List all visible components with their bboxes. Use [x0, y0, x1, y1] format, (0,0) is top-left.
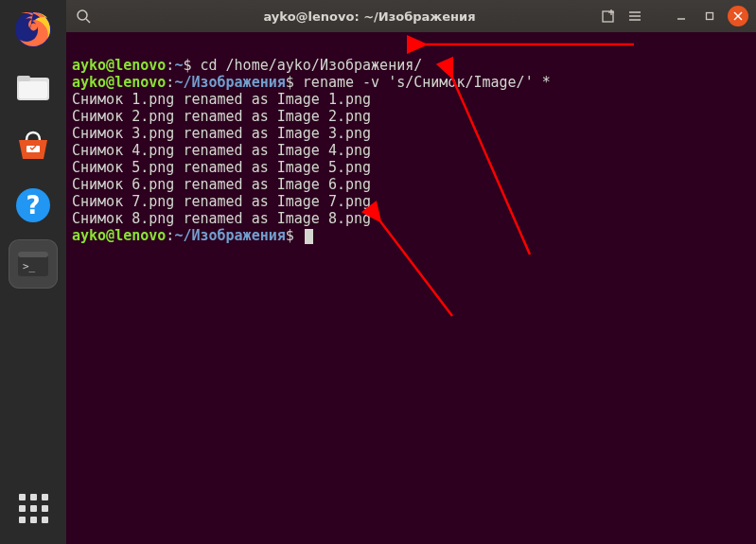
svg-rect-3 [19, 81, 47, 98]
svg-text:?: ? [26, 191, 40, 219]
cursor [305, 229, 313, 244]
svg-text:>_: >_ [23, 260, 36, 272]
window-title: ayko@lenovo: ~/Изображения [100, 9, 591, 24]
svg-point-10 [78, 10, 87, 20]
svg-line-24 [380, 221, 452, 316]
output-line: Снимок 6.png renamed as Image 6.png [72, 176, 371, 193]
prompt-user: ayko@lenovo [72, 227, 166, 244]
prompt-user: ayko@lenovo [72, 74, 166, 91]
apps-button[interactable] [14, 489, 52, 527]
maximize-button[interactable] [699, 6, 720, 26]
command-text: cd /home/ayko/Изображения/ [200, 57, 422, 74]
prompt-path: ~ [174, 57, 183, 74]
output-line: Снимок 4.png renamed as Image 4.png [72, 142, 371, 159]
dock-item-files[interactable] [9, 64, 57, 112]
svg-line-23 [452, 78, 530, 254]
prompt-line: ayko@lenovo:~/Изображения$ [72, 227, 313, 244]
firefox-icon [13, 9, 53, 49]
command-text: rename -v 's/Снимок/Image/' * [303, 74, 551, 91]
output-line: Снимок 5.png renamed as Image 5.png [72, 159, 371, 176]
close-button[interactable] [728, 6, 748, 26]
output-line: Снимок 1.png renamed as Image 1.png [72, 91, 371, 108]
svg-rect-19 [707, 13, 713, 20]
software-icon [13, 127, 53, 167]
prompt-line: ayko@lenovo:~$ cd /home/ayko/Изображения… [72, 57, 422, 74]
dock-item-terminal[interactable]: >_ [9, 240, 57, 288]
search-icon[interactable] [74, 7, 93, 26]
prompt-line: ayko@lenovo:~/Изображения$ rename -v 's/… [72, 74, 551, 91]
dock-item-software[interactable] [9, 123, 57, 170]
output-line: Снимок 3.png renamed as Image 3.png [72, 125, 371, 142]
terminal-content[interactable]: ayko@lenovo:~$ cd /home/ayko/Изображения… [66, 32, 756, 544]
svg-rect-8 [18, 252, 48, 257]
prompt-user: ayko@lenovo [72, 57, 166, 74]
dock: ? >_ [0, 0, 66, 544]
terminal-window: ayko@lenovo: ~/Изображения ayko@lenovo:~… [66, 0, 756, 544]
new-tab-icon[interactable] [599, 7, 618, 26]
minimize-button[interactable] [671, 6, 692, 26]
output-line: Снимок 7.png renamed as Image 7.png [72, 193, 371, 210]
prompt-path: ~/Изображения [174, 227, 285, 244]
menu-icon[interactable] [625, 7, 644, 26]
svg-rect-2 [17, 76, 30, 81]
output-line: Снимок 2.png renamed as Image 2.png [72, 108, 371, 125]
folder-icon [13, 68, 53, 108]
help-icon: ? [13, 185, 53, 225]
dock-item-help[interactable]: ? [9, 182, 57, 229]
terminal-icon: >_ [13, 244, 53, 284]
dock-item-firefox[interactable] [9, 6, 57, 53]
svg-line-11 [86, 19, 90, 23]
titlebar: ayko@lenovo: ~/Изображения [66, 0, 756, 32]
prompt-path: ~/Изображения [174, 74, 285, 91]
output-line: Снимок 8.png renamed as Image 8.png [72, 210, 371, 227]
